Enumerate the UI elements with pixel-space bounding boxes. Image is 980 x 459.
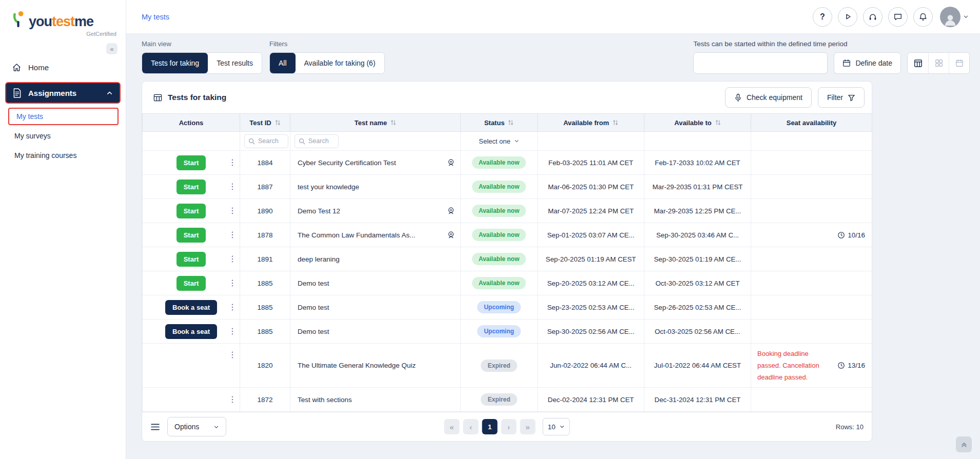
date-range-input[interactable] (693, 52, 828, 74)
row-menu-button[interactable]: ⋮ (227, 395, 238, 404)
row-menu-button[interactable]: ⋮ (227, 231, 238, 239)
filter-all-button[interactable]: All (270, 53, 296, 73)
row-menu-button[interactable]: ⋮ (227, 207, 238, 215)
book-a-seat-button[interactable]: Book a seat (165, 324, 217, 339)
test-id-search-input[interactable] (258, 137, 284, 145)
notifications-icon (918, 12, 928, 22)
row-menu-button[interactable]: ⋮ (227, 158, 238, 167)
test-name-search-input[interactable] (308, 137, 335, 145)
test-name: Cyber Security Certification Test (298, 159, 396, 167)
scroll-to-top-button[interactable] (956, 436, 972, 452)
column-header-actions: Actions (143, 114, 240, 132)
table-row: Start⋮1884Cyber Security Certification T… (143, 151, 872, 175)
table-row: Start⋮1885Demo testAvailable nowSep-20-2… (143, 271, 872, 295)
search-icon (299, 138, 305, 145)
sort-icon[interactable] (508, 119, 514, 126)
available-to: Sep-26-2025 02:53 AM CE... (644, 295, 751, 320)
row-menu-button[interactable]: ⋮ (227, 351, 238, 359)
sidebar-item-assignments[interactable]: Assignments (5, 82, 121, 104)
help-button[interactable]: ? (813, 7, 832, 27)
support-button[interactable] (863, 7, 883, 27)
notifications-button[interactable] (913, 7, 933, 27)
table-body: Select one Start⋮1884Cyber Security Cert… (143, 132, 872, 412)
rows-count: Rows: 10 (836, 423, 864, 431)
grid-view-button[interactable] (928, 53, 949, 73)
sidebar-collapse-button[interactable]: « (106, 43, 117, 54)
start-button[interactable]: Start (177, 204, 206, 218)
status-badge: Available now (472, 205, 526, 217)
table-footer: Options « ‹ 1 › » 10 Rows: 10 (142, 412, 872, 441)
status-badge: Available now (472, 181, 526, 193)
breadcrumb[interactable]: My tests (142, 13, 169, 21)
sidebar-item-my-surveys[interactable]: My surveys (7, 126, 121, 146)
microphone-icon (734, 93, 742, 102)
available-to: Mar-29-2035 01:31 PM CEST (644, 175, 751, 199)
chevron-up-icon (106, 90, 113, 96)
available-to: Sep-30-2025 03:46 AM C... (644, 223, 751, 247)
sort-icon[interactable] (275, 119, 281, 126)
sidebar-item-my-training-courses[interactable]: My training courses (7, 146, 121, 165)
column-header-test-name[interactable]: Test name (290, 114, 461, 132)
start-button[interactable]: Start (177, 252, 206, 267)
row-menu-button[interactable]: ⋮ (227, 255, 238, 263)
first-page-button[interactable]: « (444, 419, 459, 434)
column-header-status[interactable]: Status (461, 114, 538, 132)
row-menu-button[interactable]: ⋮ (227, 327, 238, 335)
page-1-button[interactable]: 1 (482, 419, 497, 434)
book-a-seat-button[interactable]: Book a seat (165, 300, 217, 315)
chevron-down-icon (560, 424, 565, 429)
search-icon (248, 138, 255, 145)
available-to: Oct-30-2025 03:12 AM CET (644, 271, 751, 295)
sort-icon[interactable] (613, 119, 618, 126)
test-results-tab[interactable]: Test results (208, 53, 262, 73)
last-page-button[interactable]: » (520, 419, 535, 434)
sort-icon[interactable] (390, 119, 396, 126)
test-id: 1872 (240, 388, 290, 412)
available-to: Oct-03-2025 02:56 AM CE... (644, 320, 751, 344)
sidebar-item-my-tests[interactable]: My tests (8, 108, 119, 125)
column-header-available-to[interactable]: Available to (644, 114, 751, 132)
pagination: « ‹ 1 › » 10 (444, 418, 570, 435)
available-from: Mar-06-2025 01:30 PM CET (538, 175, 644, 199)
webcam-icon (447, 158, 455, 167)
available-from: Sep-01-2025 03:07 AM CE... (538, 223, 644, 247)
test-id: 1891 (240, 247, 290, 271)
define-date-button[interactable]: Define date (834, 52, 901, 74)
start-button[interactable]: Start (177, 228, 206, 243)
sidebar-nav: Home Assignments My tests My surveys My … (0, 56, 126, 165)
sidebar-item-label: Assignments (28, 89, 76, 97)
sidebar-item-home[interactable]: Home (5, 56, 121, 78)
row-menu-button[interactable]: ⋮ (227, 183, 238, 191)
seat-deadline-note: Booking deadline passed. Cancellation de… (757, 344, 828, 387)
start-button[interactable]: Start (177, 179, 206, 194)
sort-icon[interactable] (715, 119, 721, 126)
options-dropdown[interactable]: Options (167, 417, 226, 436)
prev-page-button[interactable]: ‹ (463, 419, 478, 434)
tests-for-taking-tab[interactable]: Tests for taking (142, 53, 208, 73)
row-menu-button[interactable]: ⋮ (227, 303, 238, 311)
user-menu[interactable] (940, 7, 969, 27)
start-button[interactable]: Start (177, 276, 206, 291)
menu-icon[interactable] (150, 423, 160, 431)
column-header-available-from[interactable]: Available from (538, 114, 644, 132)
calendar-view-button[interactable] (949, 53, 969, 73)
test-name: The Common Law Fundamentals As... (298, 231, 416, 239)
start-button[interactable]: Start (177, 155, 206, 170)
table-view-button[interactable] (908, 53, 928, 73)
filter-button[interactable]: Filter (818, 87, 865, 108)
filter-icon (848, 94, 855, 102)
status-filter-select[interactable]: Select one (461, 137, 537, 145)
row-menu-button[interactable]: ⋮ (227, 279, 238, 287)
column-header-test-id[interactable]: Test ID (240, 114, 290, 132)
next-page-button[interactable]: › (501, 419, 516, 434)
check-equipment-button[interactable]: Check equipment (725, 87, 812, 108)
tests-table: Actions Test ID Test name Status Availab… (142, 113, 872, 412)
filter-available-for-taking-button[interactable]: Available for taking (6) (296, 53, 384, 73)
tests-card: Tests for taking Check equipment Filter … (142, 81, 872, 442)
page-size-select[interactable]: 10 (542, 418, 570, 435)
status-badge: Available now (472, 156, 526, 169)
clock-icon (837, 231, 845, 239)
messages-button[interactable] (888, 7, 908, 27)
test-name: Demo test (298, 328, 329, 335)
tour-button[interactable] (838, 7, 857, 27)
